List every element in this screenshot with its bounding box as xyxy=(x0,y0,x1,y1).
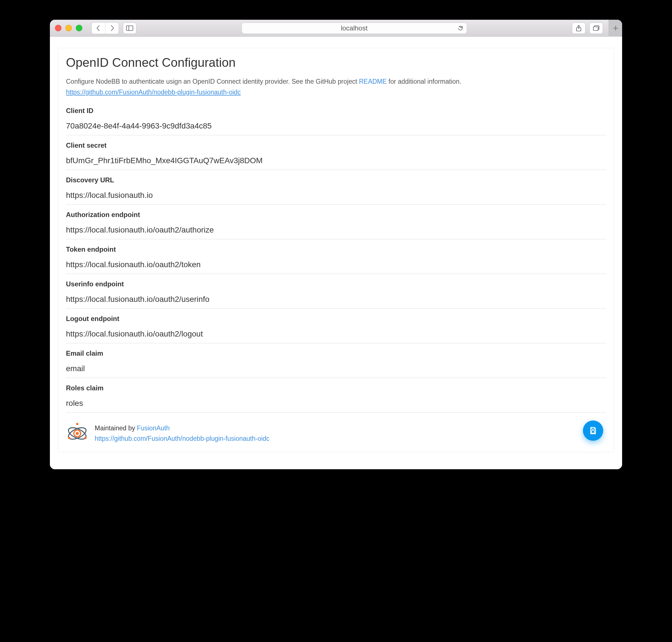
maintained-by: Maintained by FusionAuth xyxy=(95,424,269,432)
logout-endpoint-label: Logout endpoint xyxy=(66,315,606,323)
token-endpoint-input[interactable] xyxy=(66,257,606,274)
forward-button[interactable] xyxy=(105,23,119,34)
client-secret-label: Client secret xyxy=(66,141,606,149)
email-claim-label: Email claim xyxy=(66,349,606,357)
svg-rect-0 xyxy=(127,26,133,30)
titlebar: localhost xyxy=(50,20,622,37)
roles-claim-label: Roles claim xyxy=(66,384,606,392)
discovery-url-label: Discovery URL xyxy=(66,176,606,184)
page-title: OpenID Connect Configuration xyxy=(66,55,606,69)
card-footer: Maintained by FusionAuth https://github.… xyxy=(58,413,614,445)
svg-rect-11 xyxy=(592,427,595,429)
svg-point-6 xyxy=(76,423,78,425)
svg-point-8 xyxy=(84,437,87,439)
roles-claim-input[interactable] xyxy=(66,396,606,413)
intro-before: Configure NodeBB to authenticate usign a… xyxy=(66,78,359,85)
userinfo-endpoint-input[interactable] xyxy=(66,292,606,309)
client-id-input[interactable] xyxy=(66,119,606,135)
reload-icon[interactable] xyxy=(457,25,464,31)
new-tab-button[interactable] xyxy=(609,20,622,37)
authorization-endpoint-input[interactable] xyxy=(66,223,606,239)
config-form: Client ID Client secret Discovery URL Au… xyxy=(58,100,614,413)
discovery-url-input[interactable] xyxy=(66,188,606,205)
email-claim-input[interactable] xyxy=(66,361,606,378)
page: OpenID Connect Configuration Configure N… xyxy=(50,37,622,469)
address-text: localhost xyxy=(341,24,368,32)
browser-window: localhost OpenID Connect Configuration C… xyxy=(50,20,622,469)
intro-repo-link[interactable]: https://github.com/FusionAuth/nodebb-plu… xyxy=(58,89,614,100)
close-window-button[interactable] xyxy=(55,25,62,31)
readme-link[interactable]: README xyxy=(359,78,386,85)
save-button[interactable] xyxy=(583,421,603,441)
svg-rect-12 xyxy=(592,431,595,433)
client-id-label: Client ID xyxy=(66,107,606,115)
back-button[interactable] xyxy=(92,23,105,34)
client-secret-input[interactable] xyxy=(66,153,606,170)
fullscreen-window-button[interactable] xyxy=(76,25,82,31)
config-card: OpenID Connect Configuration Configure N… xyxy=(58,48,614,452)
maintained-by-link[interactable]: FusionAuth xyxy=(137,424,170,432)
window-controls xyxy=(55,25,82,31)
footer-repo-link[interactable]: https://github.com/FusionAuth/nodebb-plu… xyxy=(95,435,269,442)
nav-back-forward xyxy=(91,22,119,34)
logout-endpoint-input[interactable] xyxy=(66,326,606,343)
svg-rect-3 xyxy=(593,27,598,30)
svg-point-10 xyxy=(76,432,79,435)
svg-point-7 xyxy=(68,437,70,439)
share-button[interactable] xyxy=(572,23,585,34)
fusionauth-logo-icon xyxy=(66,422,89,445)
intro-after: for additional information. xyxy=(387,78,461,85)
maintained-by-text: Maintained by xyxy=(95,424,137,432)
sidebar-toggle-button[interactable] xyxy=(123,23,137,34)
minimize-window-button[interactable] xyxy=(65,25,72,31)
address-bar[interactable]: localhost xyxy=(242,23,467,34)
save-icon xyxy=(589,426,597,435)
token-endpoint-label: Token endpoint xyxy=(66,245,606,253)
userinfo-endpoint-label: Userinfo endpoint xyxy=(66,280,606,288)
show-tabs-button[interactable] xyxy=(589,23,603,34)
authorization-endpoint-label: Authorization endpoint xyxy=(66,211,606,219)
toolbar-right xyxy=(572,23,603,34)
intro-text: Configure NodeBB to authenticate usign a… xyxy=(58,72,614,89)
